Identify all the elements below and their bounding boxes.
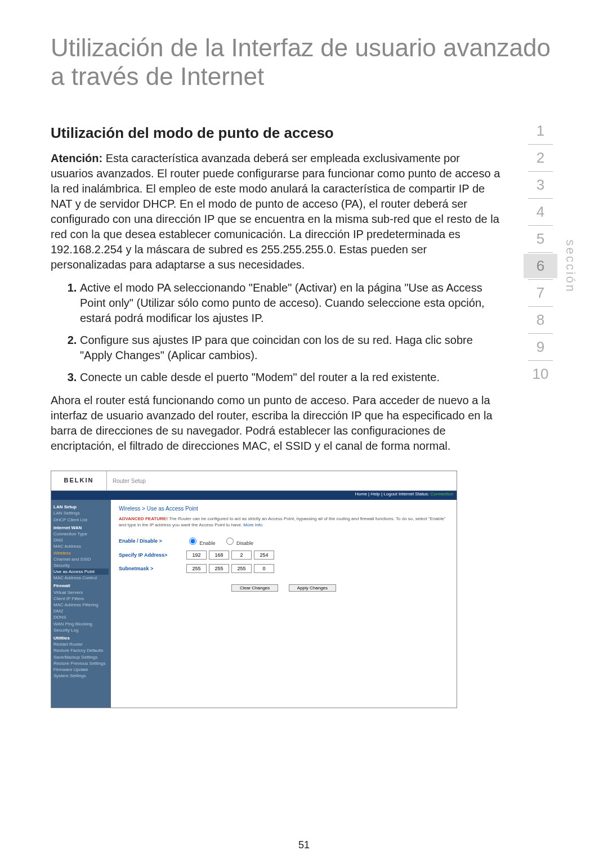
sidebar-item[interactable]: Internet WAN [53,525,109,531]
router-main: Wireless > Use as Access Point ADVANCED … [111,500,457,708]
sidebar-item[interactable]: DHCP Client List [53,517,109,523]
section-label: sección [563,240,578,294]
sidebar-item[interactable]: Utilities [53,635,109,641]
section-number[interactable]: 9 [524,335,557,359]
step-item: Conecte un cable desde el puerto "Modem"… [80,370,501,385]
router-status-bar: Home | Help | Logout Internet Status: Co… [51,491,457,500]
section-number[interactable]: 6 [524,254,557,278]
sidebar-item[interactable]: DDNS [53,614,109,620]
ip-octet-1[interactable] [186,551,207,560]
more-info-link[interactable]: More Info [243,522,262,527]
section-number[interactable]: 10 [524,362,557,386]
adv-label: ADVANCED FEATURE! [119,516,168,521]
enable-radio[interactable]: Enable [186,536,216,546]
section-number[interactable]: 5 [524,227,557,251]
sidebar-item[interactable]: Security [53,562,109,569]
subheading: Utilización del modo de punto de acceso [51,124,501,142]
sidebar-item[interactable]: Wireless [53,550,109,556]
router-advanced-note: ADVANCED FEATURE! The Router can be conf… [119,516,449,528]
sidebar-item[interactable]: Connection Type [53,531,109,537]
sidebar-item[interactable]: System Settings [53,673,109,679]
router-tab[interactable]: Router Setup [107,471,457,490]
enable-disable-label: Enable / Disable > [119,538,186,544]
sidebar-item[interactable]: Firewall [53,583,109,589]
apply-changes-button[interactable]: Apply Changes [289,584,336,592]
section-separator [528,171,553,172]
attention-text: Esta característica avanzada deberá ser … [51,152,500,271]
sidebar-item[interactable]: Firmware Update [53,666,109,673]
section-number[interactable]: 3 [524,173,557,197]
sidebar-item[interactable]: MAC Address Control [53,575,109,581]
ip-octet-4[interactable] [254,551,274,560]
step-item: Configure sus ajustes IP para que coinci… [80,333,501,363]
section-separator [528,306,553,307]
step-item: Active el modo PA seleccionando "Enable"… [80,280,501,326]
mask-octet-4[interactable] [254,564,274,573]
adv-text: The Router can be configured to act as s… [119,516,445,527]
ip-octet-3[interactable] [231,551,252,560]
disable-radio[interactable]: Disable [223,536,254,546]
mask-octet-1[interactable] [186,564,207,573]
section-number[interactable]: 7 [524,281,557,305]
section-nav: sección 12345678910 [524,119,557,386]
section-number[interactable]: 1 [524,119,557,143]
section-number[interactable]: 8 [524,308,557,332]
attention-paragraph: Atención: Esta característica avanzada d… [51,151,501,272]
sidebar-item[interactable]: Channel and SSID [53,556,109,562]
sidebar-item[interactable]: LAN Setup [53,504,109,510]
page-number: 51 [0,839,608,851]
content-column: Utilización del modo de punto de acceso … [51,124,524,708]
sidebar-item[interactable]: DNS [53,537,109,543]
attention-label: Atención: [51,152,102,164]
ip-label: Specify IP Address> [119,552,186,558]
router-screenshot: BELKIN Router Setup Home | Help | Logout… [51,471,457,708]
section-separator [528,252,553,253]
closing-paragraph: Ahora el router está funcionando como un… [51,393,501,454]
sidebar-item[interactable]: Use as Access Point [53,569,109,575]
sidebar-item[interactable]: Security Log [53,627,109,633]
router-breadcrumb: Wireless > Use as Access Point [119,505,449,512]
ip-octet-2[interactable] [209,551,229,560]
sidebar-item[interactable]: Restart Router [53,641,109,647]
section-separator [528,144,553,145]
section-number[interactable]: 2 [524,146,557,170]
section-separator [528,279,553,280]
sidebar-item[interactable]: WAN Ping Blocking [53,621,109,627]
section-separator [528,333,553,334]
router-logo: BELKIN [51,471,107,490]
sidebar-item[interactable]: Restore Previous Settings [53,660,109,666]
section-separator [528,198,553,199]
clear-changes-button[interactable]: Clear Changes [231,584,278,592]
page-title: Utilización de la Interfaz de usuario av… [51,34,557,91]
sidebar-item[interactable]: Restore Factory Defaults [53,647,109,654]
section-number[interactable]: 4 [524,200,557,224]
sidebar-item[interactable]: Client IP Filters [53,596,109,602]
steps-list: Active el modo PA seleccionando "Enable"… [51,280,501,385]
sidebar-item[interactable]: Virtual Servers [53,589,109,596]
sidebar-item[interactable]: DMZ [53,608,109,614]
sidebar-item[interactable]: LAN Settings [53,510,109,516]
sidebar-item[interactable]: MAC Address Filtering [53,602,109,608]
section-separator [528,360,553,361]
mask-octet-3[interactable] [231,564,252,573]
sidebar-item[interactable]: Save/Backup Settings [53,654,109,660]
router-sidebar: LAN SetupLAN SettingsDHCP Client ListInt… [51,500,111,708]
status-links[interactable]: Home | Help | Logout Internet Status: [355,491,429,496]
mask-label: Subnetmask > [119,566,186,571]
status-connection[interactable]: Connection [431,491,453,496]
mask-octet-2[interactable] [209,564,229,573]
section-separator [528,225,553,226]
sidebar-item[interactable]: MAC Address [53,543,109,549]
